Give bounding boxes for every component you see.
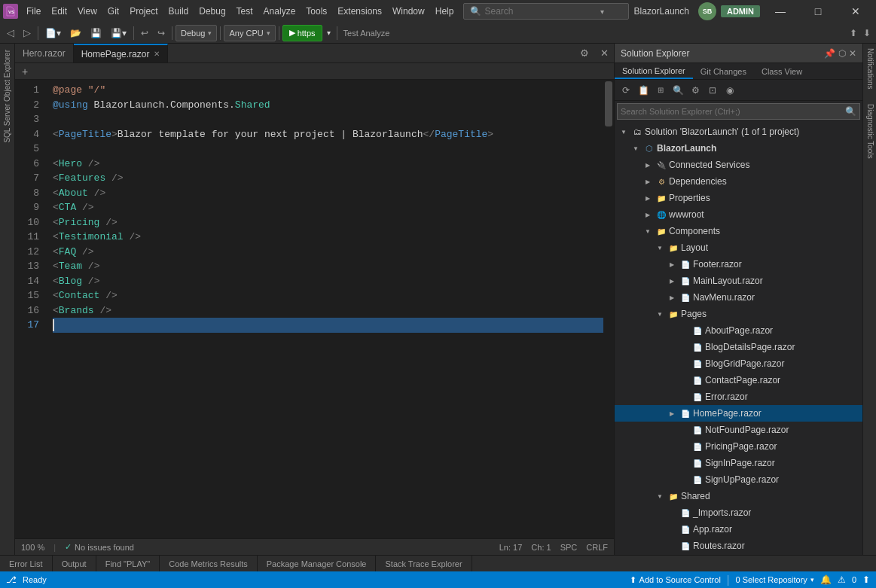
sol-tb-btn-6[interactable]: ⊡ (704, 82, 721, 99)
status-expand[interactable]: ⬆ (862, 574, 870, 585)
sol-tb-btn-7[interactable]: ◉ (722, 82, 738, 99)
tree-bloggrid[interactable]: 📄 BlogGridPage.razor (615, 355, 862, 372)
menu-build[interactable]: Build (163, 5, 194, 18)
platform-dropdown[interactable]: Any CPU ▾ (224, 25, 275, 41)
run-button[interactable]: ▶ https (282, 25, 322, 41)
menu-view[interactable]: View (72, 5, 102, 18)
tree-solution[interactable]: ▼ 🗂 Solution 'BlazorLaunch' (1 of 1 proj… (615, 123, 862, 140)
diagnostic-tools-tab[interactable]: Diagnostic Tools (863, 99, 876, 163)
menu-extensions[interactable]: Extensions (332, 5, 387, 18)
sql-server-tab[interactable]: SQL Server Object Explorer (2, 47, 13, 146)
forward-button[interactable]: ▷ (20, 25, 35, 41)
tree-contactpage[interactable]: 📄 ContactPage.razor (615, 372, 862, 388)
close-editor-btn[interactable]: ✕ (594, 44, 614, 62)
tab-output[interactable]: Output (53, 556, 96, 571)
tree-homepage-razor[interactable]: ▶ 📄 HomePage.razor (615, 405, 862, 422)
minimize-button[interactable]: — (763, 0, 798, 23)
sol-tb-btn-1[interactable]: ⟳ (618, 82, 634, 99)
add-line-btn[interactable]: + (18, 65, 32, 78)
tree-shared[interactable]: ▼ 📁 Shared (615, 488, 862, 504)
tab-error-list[interactable]: Error List (0, 556, 53, 571)
tree-pricing[interactable]: 📄 PricingPage.razor (615, 438, 862, 455)
menu-analyze[interactable]: Analyze (258, 5, 301, 18)
code-line-4: <PageTitle>Blazor template for your next… (53, 127, 603, 142)
dep-icon: ⚙ (655, 175, 667, 187)
tree-connected-services[interactable]: ▶ 🔌 Connected Services (615, 157, 862, 173)
menu-tools[interactable]: Tools (301, 5, 332, 18)
sol-search-input[interactable] (621, 107, 842, 116)
sol-tb-btn-5[interactable]: ⚙ (687, 82, 704, 99)
tree-layout[interactable]: ▼ 📁 Layout (615, 239, 862, 256)
config-dropdown[interactable]: Debug ▾ (176, 25, 217, 41)
tab-package-manager[interactable]: Package Manager Console (258, 556, 377, 571)
tree-app-razor[interactable]: 📄 App.razor (615, 521, 862, 538)
tree-pages[interactable]: ▼ 📁 Pages (615, 306, 862, 322)
tree-dependencies[interactable]: ▶ ⚙ Dependencies (615, 173, 862, 190)
tree-signin[interactable]: 📄 SignInPage.razor (615, 455, 862, 471)
sol-float-btn[interactable]: ⬡ (838, 48, 846, 59)
new-file-button[interactable]: 📄▾ (41, 25, 65, 41)
menu-edit[interactable]: Edit (46, 5, 72, 18)
tree-components[interactable]: ▼ 📁 Components (615, 223, 862, 239)
search-input[interactable] (484, 6, 597, 17)
tree-navmenu-razor[interactable]: ▶ 📄 NavMenu.razor (615, 289, 862, 306)
back-button[interactable]: ◁ (3, 25, 18, 41)
tab-sol-exp[interactable]: Solution Explorer (615, 63, 693, 79)
toolbar-icon-1[interactable]: ⬆ (847, 25, 859, 41)
menu-help[interactable]: Help (430, 5, 459, 18)
sol-tree: ▼ 🗂 Solution 'BlazorLaunch' (1 of 1 proj… (615, 122, 862, 555)
tab-homepage[interactable]: HomePage.razor ✕ (74, 44, 169, 62)
menu-test[interactable]: Test (231, 5, 258, 18)
tab-git-changes[interactable]: Git Changes (693, 63, 754, 79)
sol-tb-btn-4[interactable]: 🔍 (670, 82, 686, 99)
close-tab-icon[interactable]: ✕ (154, 50, 160, 58)
open-button[interactable]: 📂 (66, 25, 85, 41)
menu-debug[interactable]: Debug (194, 5, 230, 18)
menu-window[interactable]: Window (387, 5, 430, 18)
sol-pin-btn[interactable]: 📌 (824, 48, 835, 59)
add-to-source-btn[interactable]: ⬆ Add to Source Control (630, 575, 721, 585)
menu-git[interactable]: Git (102, 5, 124, 18)
run-dropdown[interactable]: ▾ (324, 25, 334, 41)
close-button[interactable]: ✕ (838, 0, 873, 23)
tab-code-metrics[interactable]: Code Metrics Results (160, 556, 258, 571)
vertical-scrollbar[interactable] (603, 80, 614, 538)
tree-routes-razor[interactable]: 📄 Routes.razor (615, 538, 862, 554)
menu-project[interactable]: Project (124, 5, 163, 18)
tree-signup[interactable]: 📄 SignUpPage.razor (615, 471, 862, 488)
search-bar[interactable]: 🔍 ▾ (463, 3, 629, 20)
tree-project[interactable]: ▼ ⬡ BlazorLaunch (615, 140, 862, 157)
notifications-tab[interactable]: Notifications (863, 44, 876, 93)
status-bell[interactable]: 🔔 (820, 574, 832, 585)
toolbar-icon-2[interactable]: ⬇ (861, 25, 873, 41)
tree-notfound[interactable]: 📄 NotFoundPage.razor (615, 422, 862, 438)
undo-button[interactable]: ↩ (137, 25, 152, 41)
tab-hero[interactable]: Hero.razor (15, 44, 74, 62)
tree-footer-razor[interactable]: ▶ 📄 Footer.razor (615, 256, 862, 273)
navmenu-arrow: ▶ (666, 291, 678, 303)
sol-close-btn[interactable]: ✕ (849, 48, 856, 59)
tree-error[interactable]: 📄 Error.razor (615, 388, 862, 405)
tab-class-view[interactable]: Class View (754, 63, 810, 79)
maximize-button[interactable]: □ (801, 0, 835, 23)
menu-file[interactable]: File (21, 5, 46, 18)
zoom-level[interactable]: 100 % (21, 543, 44, 552)
tab-stack-trace[interactable]: Stack Trace Explorer (376, 556, 472, 571)
redo-button[interactable]: ↪ (154, 25, 169, 41)
save-button[interactable]: 💾 (87, 25, 105, 41)
tree-mainlayout-razor[interactable]: ▶ 📄 MainLayout.razor (615, 273, 862, 289)
tree-imports[interactable]: 📄 _Imports.razor (615, 504, 862, 521)
tab-find-play[interactable]: Find "PLAY" (96, 556, 160, 571)
status-warning[interactable]: ⚠ (838, 574, 846, 585)
code-content[interactable]: @page "/" @using BlazorLaunch.Components… (45, 80, 603, 538)
sol-tb-btn-2[interactable]: 📋 (635, 82, 652, 99)
tree-blogdetails[interactable]: 📄 BlogDetailsPage.razor (615, 339, 862, 355)
editor-settings-btn[interactable]: ⚙ (575, 44, 594, 62)
tree-wwwroot[interactable]: ▶ 🌐 wwwroot (615, 206, 862, 223)
sol-tb-btn-3[interactable]: ⊞ (652, 82, 669, 99)
sol-search[interactable]: 🔍 (617, 103, 860, 120)
tree-properties[interactable]: ▶ 📁 Properties (615, 190, 862, 206)
tree-aboutpage[interactable]: 📄 AboutPage.razor (615, 322, 862, 339)
select-repo-btn[interactable]: 0 Select Repository ▾ (735, 575, 813, 584)
save-all-button[interactable]: 💾▾ (107, 25, 130, 41)
